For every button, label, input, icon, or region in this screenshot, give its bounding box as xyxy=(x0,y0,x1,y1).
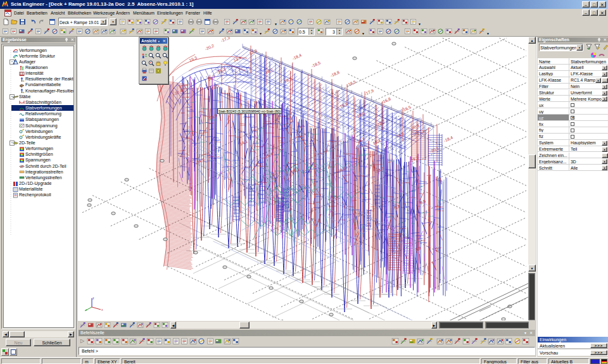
svg-text:-18,5: -18,5 xyxy=(346,79,357,87)
svg-text:-16,5: -16,5 xyxy=(401,104,412,113)
svg-text:-20,1: -20,1 xyxy=(429,146,440,154)
svg-text:-18,4: -18,4 xyxy=(291,53,302,61)
svg-text:-18,5: -18,5 xyxy=(310,60,321,68)
svg-text:-16,8: -16,8 xyxy=(381,96,391,104)
svg-text:18,9: 18,9 xyxy=(283,76,293,84)
svg-text:-17,9: -17,9 xyxy=(364,88,374,96)
svg-text:-17,3: -17,3 xyxy=(220,37,231,43)
svg-text:-20,2: -20,2 xyxy=(204,43,215,51)
svg-text:z: z xyxy=(92,296,94,300)
svg-text:-16,1: -16,1 xyxy=(355,136,365,144)
svg-text:-18,8: -18,8 xyxy=(329,70,340,78)
svg-text:x: x xyxy=(101,308,103,311)
svg-text:19,3: 19,3 xyxy=(188,55,198,63)
svg-text:13,4: 13,4 xyxy=(232,55,242,63)
svg-text:-18,4: -18,4 xyxy=(443,135,453,143)
